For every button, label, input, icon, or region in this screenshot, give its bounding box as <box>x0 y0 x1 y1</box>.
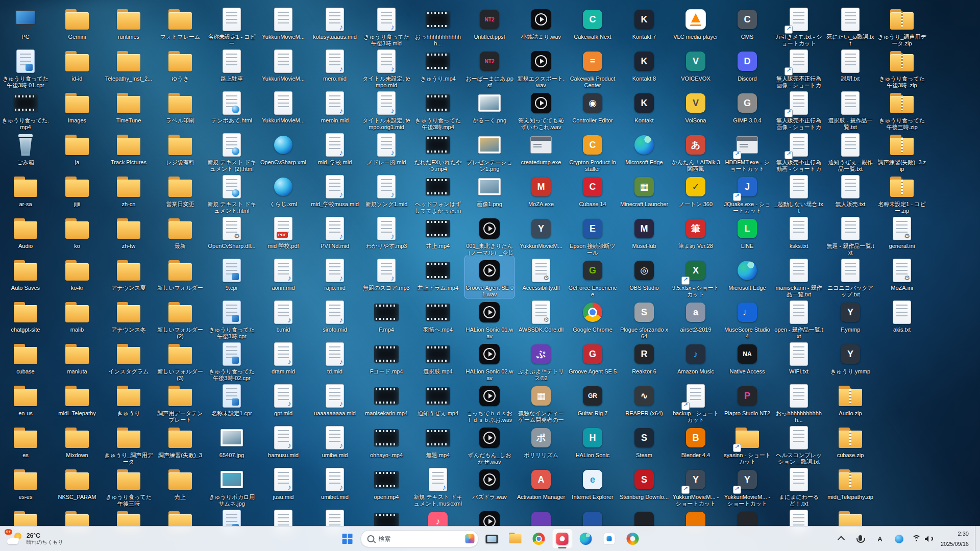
desktop-icon[interactable]: Groove Agent SE 01.wav <box>465 256 514 298</box>
tray-microphone-button[interactable] <box>851 530 870 548</box>
desktop-icon[interactable]: open.mp4 <box>362 465 411 507</box>
desktop-icon[interactable]: Accessibility.dll <box>517 256 566 298</box>
desktop-icon[interactable]: GGroove Agent SE 5 <box>568 340 617 382</box>
desktop-icon[interactable]: 新規 テキスト ドキュメント.html <box>207 172 256 214</box>
desktop-icon[interactable]: 65407.jpg <box>207 423 256 465</box>
desktop-icon[interactable]: Yきゅうり.ymmp <box>826 340 875 382</box>
desktop-icon[interactable]: Track Pictures <box>104 131 153 172</box>
desktop-icon[interactable]: mid_学校musa.mid <box>310 172 359 214</box>
desktop-icon[interactable]: YYukkuriMovieM... - ショートカット <box>723 465 772 507</box>
desktop-icon[interactable]: mid_学校.mid <box>310 131 359 172</box>
desktop-icon[interactable]: 新規 テキスト ドキュメント.musicxml <box>413 465 462 507</box>
desktop-icon[interactable]: YukkuriMovieM... <box>259 89 308 131</box>
desktop-icon[interactable]: GGeForce Experience <box>568 256 617 298</box>
desktop-icon[interactable]: 売上 <box>156 465 205 507</box>
desktop-icon[interactable]: あかんたん！AITalk 3 関西風 <box>671 131 720 172</box>
desktop-icon[interactable]: AWSSDK.Core.dll <box>517 298 566 340</box>
desktop-icon[interactable]: ヘルスコンプレッション＿歌詞.txt <box>774 423 823 465</box>
chrome-button[interactable] <box>529 529 549 549</box>
desktop-icon[interactable]: 調声練習(失敗)_3 <box>156 423 205 465</box>
show-desktop-button[interactable] <box>975 527 978 551</box>
desktop-icon[interactable]: ゆうき <box>156 47 205 89</box>
desktop-icon[interactable]: hamusu.mid <box>259 423 308 465</box>
desktop-icon[interactable]: runtimes <box>104 5 153 47</box>
desktop-icon[interactable]: Gemini <box>53 5 102 47</box>
desktop-icon[interactable]: id-id <box>53 47 102 89</box>
desktop-icon[interactable]: こっちでｈｄｓおｆｄｓｂぶお.wav <box>465 382 514 423</box>
desktop-icon[interactable]: アナウンス夏 <box>104 256 153 298</box>
desktop-icon[interactable]: jijii <box>53 172 102 214</box>
desktop-icon[interactable]: 通知うぜぇ - 親作品一覧.txt <box>826 131 875 172</box>
start-button[interactable] <box>337 529 358 549</box>
desktop-icon[interactable]: JJQuake.exe - ショートカット <box>723 172 772 214</box>
desktop-icon[interactable]: KKontakt 7 <box>620 5 669 47</box>
desktop-icon[interactable]: VVOICEVOX <box>671 47 720 89</box>
desktop-icon[interactable]: meroin.mid <box>310 89 359 131</box>
desktop-icon[interactable]: 無題 - 親作品一覧.txt <box>826 214 875 256</box>
desktop-icon[interactable]: 調声練習(失敗)_3.zip <box>877 131 926 172</box>
desktop-icon[interactable]: 無題のスコア.mp3 <box>362 256 411 298</box>
desktop-icon[interactable]: BBlender 4.4 <box>671 423 720 465</box>
desktop-icon[interactable]: manisekarin - 親作品一覧.txt <box>774 256 823 298</box>
desktop-icon[interactable]: きゅうり食ってた午後3時.mid <box>362 5 411 47</box>
desktop-icon[interactable]: ◉Controller Editor <box>568 89 617 131</box>
desktop-icon[interactable]: backup - ショートカット <box>671 382 720 423</box>
desktop-icon[interactable]: Mixdown <box>53 423 102 465</box>
desktop-icon[interactable]: テンポあて.html <box>207 89 256 131</box>
desktop-icon[interactable]: Auto Saves <box>1 256 50 298</box>
desktop-icon[interactable]: ラベル印刷 <box>156 89 205 131</box>
voice-app-button[interactable] <box>599 529 620 549</box>
desktop-icon[interactable]: mero.mid <box>310 47 359 89</box>
desktop-icon[interactable]: きゅうり食ってた.mp4 <box>1 89 50 131</box>
desktop-icon[interactable]: KKontakt 8 <box>620 47 669 89</box>
desktop-icon[interactable]: 無人販売不正行為動画 - ショートカット <box>774 131 823 172</box>
desktop-icon[interactable]: きゅうり.mp4 <box>413 47 462 89</box>
desktop-icon[interactable]: インスタグラム <box>104 340 153 382</box>
desktop-icon[interactable]: ◎OBS Studio <box>620 256 669 298</box>
tray-app-button[interactable] <box>890 530 909 548</box>
desktop-icon[interactable]: midi_Telepathy.zip <box>826 465 875 507</box>
desktop-icon[interactable]: open - 親作品一覧.txt <box>774 298 823 340</box>
desktop-icon[interactable]: HALion Sonic 02.wav <box>465 340 514 382</box>
desktop-icon[interactable]: ∿REAPER (x64) <box>620 382 669 423</box>
desktop-icon[interactable]: 無人販売不正行為画像 - ショートカット <box>774 89 823 131</box>
desktop-icon[interactable]: メドレー風.mid <box>362 131 411 172</box>
desktop-icon[interactable]: MMuseHub <box>620 214 669 256</box>
desktop-icon[interactable]: b.mid <box>259 298 308 340</box>
desktop-icon[interactable]: 調声用データテンプレート <box>156 382 205 423</box>
desktop-icon[interactable]: Fコード.mp4 <box>362 340 411 382</box>
desktop-icon[interactable]: 無人販売.txt <box>826 172 875 214</box>
desktop-icon[interactable]: 井上.mp4 <box>413 214 462 256</box>
desktop-icon[interactable]: 小銭詰まり.wav <box>517 5 566 47</box>
desktop-icon[interactable]: 新しいフォルダー <box>156 256 205 298</box>
desktop-icon[interactable]: Microsoft Edge <box>620 131 669 172</box>
desktop-icon[interactable]: 説明.txt <box>826 47 875 89</box>
desktop-icon[interactable]: 新規ソング1.mid <box>362 172 411 214</box>
desktop-icon[interactable]: TimeTune <box>104 89 153 131</box>
desktop-icon[interactable]: sirofo.mid <box>310 298 359 340</box>
desktop-icon[interactable]: KKontakt <box>620 89 669 131</box>
desktop-icon[interactable]: 通知うぜぇ.mp4 <box>413 382 462 423</box>
desktop-icon[interactable]: 新しいフォルダー (3) <box>156 340 205 382</box>
desktop-icon[interactable]: ずんだもん_しおかぜ.wav <box>465 423 514 465</box>
desktop-icon[interactable]: ごみ箱 <box>1 131 50 172</box>
desktop-icon[interactable]: es <box>1 423 50 465</box>
desktop-icon[interactable]: 9.cpr <box>207 256 256 298</box>
desktop-icon[interactable]: midi_Telepathy <box>53 382 102 423</box>
desktop-icon[interactable]: 無人販売不正行為画像 - ショートカッ... <box>774 47 823 89</box>
desktop-icon[interactable]: PPiapro Studio NT2 <box>723 382 772 423</box>
desktop-icon[interactable]: Microsoft Edge <box>723 256 772 298</box>
desktop-icon[interactable]: ar-sa <box>1 172 50 214</box>
desktop-icon[interactable]: きゅうり_調声用データ <box>104 423 153 465</box>
desktop-icon[interactable]: 名称未設定1 - コピー <box>207 5 256 47</box>
desktop-icon[interactable]: だれだFXいれたやつ.mp4 <box>413 131 462 172</box>
desktop-icon[interactable]: MMoZA.exe <box>517 172 566 214</box>
desktop-icon[interactable]: HALion Sonic 01.wav <box>465 298 514 340</box>
desktop-icon[interactable]: Audio <box>1 214 50 256</box>
desktop-icon[interactable]: Audio.zip <box>826 382 875 423</box>
network-volume-button[interactable] <box>910 530 936 548</box>
desktop-icon[interactable]: VVoiSona <box>671 89 720 131</box>
desktop-icon[interactable]: 001_東北きりたん（ノーマル）_今じゃ... <box>465 214 514 256</box>
desktop-icon[interactable]: タイトル未設定, tempo.mid <box>362 47 411 89</box>
desktop-icon[interactable]: おっhhhhhhhhhhhh... <box>413 5 462 47</box>
